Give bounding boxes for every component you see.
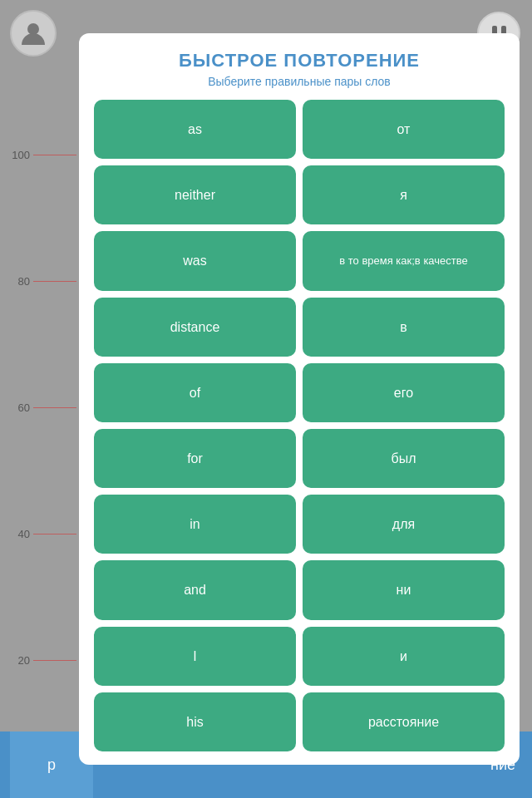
word-grid: as от neither я was в то время как;в кач… [94,100,505,751]
chart-line-80 [33,281,76,282]
chart-label-60: 60 [7,401,30,414]
word-btn-right-2[interactable]: в то время как;в качестве [303,231,505,290]
chart-row-100: 100 [7,149,76,161]
word-btn-left-1[interactable]: neither [94,165,296,224]
chart-row-40: 40 [7,528,76,540]
chart-label-80: 80 [7,275,30,288]
chart-line-20 [33,660,76,661]
card-subtitle: Выберите правильные пары слов [208,75,391,88]
chart-line-100 [33,155,76,155]
bottom-bar-left-text: р [47,756,56,774]
word-btn-right-7[interactable]: ни [303,560,505,619]
word-btn-left-2[interactable]: was [94,231,296,290]
word-btn-right-5[interactable]: был [303,429,505,488]
svg-point-0 [27,23,39,35]
word-btn-right-3[interactable]: в [303,298,505,357]
chart-label-100: 100 [7,149,30,161]
avatar-icon [18,18,48,48]
word-btn-right-1[interactable]: я [303,165,505,224]
word-btn-right-8[interactable]: и [303,627,505,686]
word-btn-left-0[interactable]: as [94,100,296,159]
avatar[interactable] [10,10,57,57]
word-btn-left-5[interactable]: for [94,429,296,488]
chart-line-40 [33,534,76,534]
chart-label-40: 40 [7,528,30,540]
word-btn-left-7[interactable]: and [94,560,296,619]
word-btn-left-3[interactable]: distance [94,298,296,357]
chart-row-80: 80 [7,275,76,288]
chart-row-60: 60 [7,401,76,414]
main-card: БЫСТРОЕ ПОВТОРЕНИЕ Выберите правильные п… [79,33,520,765]
chart-line-60 [33,407,76,408]
word-btn-left-4[interactable]: of [94,363,296,422]
chart-label-20: 20 [7,654,30,667]
word-btn-right-0[interactable]: от [303,100,505,159]
word-btn-right-4[interactable]: его [303,363,505,422]
word-btn-left-8[interactable]: I [94,627,296,686]
card-title: БЫСТРОЕ ПОВТОРЕНИЕ [179,50,420,71]
word-btn-left-9[interactable]: his [94,692,296,751]
word-btn-right-9[interactable]: расстояние [303,692,505,751]
chart-row-20: 20 [7,654,76,667]
chart-area: 100 80 60 40 20 [0,83,83,732]
word-btn-left-6[interactable]: in [94,495,296,554]
word-btn-right-6[interactable]: для [303,495,505,554]
